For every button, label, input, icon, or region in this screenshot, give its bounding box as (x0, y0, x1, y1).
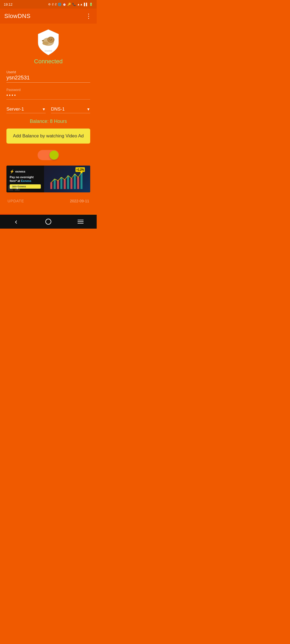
menu-icon (78, 220, 84, 224)
status-bar: 19:12 ⚙ Ƨ Ƨ 🌐 ⏰ 🔑 📞 ▲▲ ▌▌ 🔋 (0, 0, 97, 9)
app-bar: SlowDNS ⋮ (0, 9, 97, 24)
toggle-thumb (49, 151, 59, 160)
add-balance-button[interactable]: Add Balance by watching Video Ad (6, 129, 90, 144)
userid-field-section: UserId ysn22531 (6, 70, 90, 83)
shield-logo: SlowDNS ✦ (36, 29, 60, 56)
ad-logo-icon: ⚡ (10, 169, 14, 174)
ad-info-icon: ℹ (17, 187, 18, 190)
ad-banner: ⚡ exness Pay no overnight fees* at Exnes… (6, 166, 90, 192)
svg-rect-13 (54, 179, 56, 189)
nav-menu-button[interactable] (64, 215, 97, 229)
globe-icon: 🌐 (58, 3, 61, 6)
nav-back-button[interactable]: ‹ (0, 215, 32, 229)
ad-close-icon: ✕ (10, 187, 12, 190)
server-dropdown-label: Server-1 (6, 107, 24, 112)
vpn-icon1: Ƨ (52, 3, 54, 6)
ad-controls: ✕ ℹ (8, 185, 20, 191)
server-dropdown-arrow: ▼ (42, 107, 46, 111)
bottom-nav: ‹ (0, 215, 97, 229)
svg-rect-18 (71, 178, 73, 189)
key-icon: 🔑 (67, 3, 71, 6)
svg-rect-17 (67, 176, 69, 189)
battery-icon: 🔋 (89, 3, 93, 6)
userid-label: UserId (6, 70, 90, 74)
logo-container: SlowDNS ✦ (36, 29, 60, 56)
userid-value[interactable]: ysn22531 (6, 75, 90, 83)
dns-dropdown[interactable]: DNS-1 ▼ (51, 107, 90, 113)
main-content: SlowDNS ✦ Connected UserId ysn22531 Pass… (0, 24, 97, 214)
connection-status: Connected (34, 58, 63, 65)
svg-text:+1.2%: +1.2% (77, 168, 84, 171)
signal-icon: ▌▌ (84, 3, 88, 6)
status-time: 19:12 (4, 2, 13, 6)
ad-info-button[interactable]: ℹ (15, 185, 20, 191)
password-field-section: Password •••• (6, 84, 90, 100)
more-menu-icon[interactable]: ⋮ (85, 13, 92, 19)
dropdowns-row: Server-1 ▼ DNS-1 ▼ (6, 107, 90, 113)
svg-point-8 (43, 40, 44, 41)
vpn-icon2: Ƨ (55, 3, 57, 6)
svg-text:✦: ✦ (46, 52, 49, 55)
back-icon: ‹ (15, 217, 17, 226)
update-label[interactable]: UPDATE (8, 199, 24, 203)
nav-home-button[interactable] (32, 215, 64, 229)
balance-display: Balance: 8 Hours (30, 119, 67, 124)
ad-logo-text: exness (15, 170, 25, 173)
dns-dropdown-label: DNS-1 (51, 107, 65, 112)
svg-rect-15 (60, 177, 63, 189)
wifi-icon: ▲▲ (77, 3, 83, 6)
svg-rect-21 (81, 172, 83, 189)
password-value[interactable]: •••• (6, 93, 90, 100)
ad-image-section: +1.2% (44, 166, 90, 192)
svg-rect-20 (77, 177, 79, 189)
date-label: 2022-09-11 (70, 199, 89, 203)
ad-logo: ⚡ exness (10, 169, 41, 174)
server-dropdown[interactable]: Server-1 ▼ (6, 107, 46, 113)
svg-rect-19 (74, 174, 76, 189)
svg-rect-16 (64, 180, 66, 189)
settings-icon: ⚙ (48, 3, 51, 6)
password-label: Password (6, 88, 90, 92)
status-icons: ⚙ Ƨ Ƨ 🌐 ⏰ 🔑 📞 ▲▲ ▌▌ 🔋 (48, 3, 93, 6)
svg-rect-12 (50, 182, 53, 189)
svg-rect-14 (57, 181, 59, 189)
footer-row: UPDATE 2022-09-11 (6, 199, 90, 203)
toggle-container (38, 150, 59, 160)
svg-point-2 (48, 37, 53, 42)
ad-close-button[interactable]: ✕ (8, 185, 13, 191)
call-icon: 📞 (72, 3, 76, 6)
svg-text:SlowDNS: SlowDNS (45, 50, 52, 52)
ad-headline: Pay no overnight fees* at Exness (10, 175, 41, 183)
ad-chart: +1.2% (44, 166, 90, 192)
dns-dropdown-arrow: ▼ (86, 107, 90, 111)
app-title: SlowDNS (4, 13, 31, 20)
alarm-icon: ⏰ (63, 3, 66, 6)
home-icon (45, 219, 51, 225)
connect-toggle[interactable] (38, 150, 59, 160)
